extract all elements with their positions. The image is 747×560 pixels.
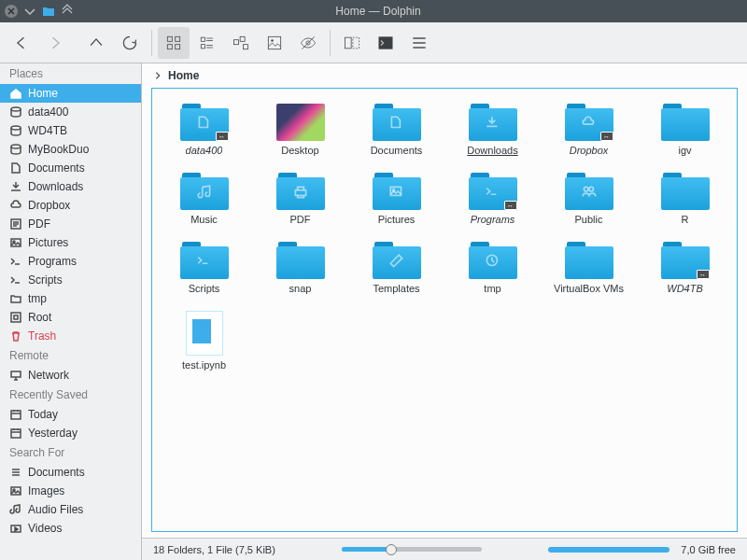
folder-icon [661,242,710,279]
svg-point-33 [589,187,594,191]
file-item[interactable]: igv [639,100,731,160]
file-label: Templates [373,283,419,294]
svg-rect-14 [353,37,359,49]
toolbar [0,22,747,63]
file-item[interactable]: WD4TB [639,238,731,298]
file-label: Music [190,214,218,225]
sidebar-heading: Recently Saved [0,385,141,405]
sidebar-item-label: WD4TB [28,124,67,137]
breadcrumb-current[interactable]: Home [168,69,199,82]
svg-rect-9 [244,44,248,49]
sidebar-item-dropbox[interactable]: Dropbox [0,196,141,215]
file-item[interactable]: VirtualBox VMs [543,238,635,298]
symlink-emblem-icon [504,201,517,210]
file-item[interactable]: Scripts [158,238,250,298]
ruler-icon [388,253,405,273]
folder-icon [276,242,325,279]
folder-icon [565,242,613,279]
folder-icon [469,173,517,210]
file-label: WD4TB [667,283,703,294]
disk-icon [9,124,22,137]
sidebar-item-tmp[interactable]: tmp [0,289,141,308]
sidebar-item-label: Network [28,369,69,382]
svg-point-17 [11,126,21,130]
file-item[interactable]: Programs [446,169,539,229]
file-label: PDF [290,214,311,225]
file-item[interactable]: data400 [158,100,250,160]
file-item[interactable]: Music [158,169,250,229]
cloud-icon [9,199,22,212]
refresh-button[interactable] [114,27,146,59]
minimize-window-icon[interactable] [22,4,37,19]
sidebar-item-mybookduo[interactable]: MyBookDuo [0,140,141,159]
file-item[interactable]: R [639,169,731,229]
breadcrumb[interactable]: Home [142,63,747,88]
list-icon [9,466,22,479]
window-title: Home — Dolphin [75,5,682,18]
file-item[interactable]: Desktop [254,100,346,160]
sidebar-item-documents[interactable]: Documents [0,463,141,482]
status-summary: 18 Folders, 1 File (7,5 KiB) [153,544,275,555]
file-item[interactable]: PDF [254,169,346,229]
sidebar-item-label: Root [28,311,51,324]
sidebar-item-label: Trash [28,329,56,343]
maximize-window-icon[interactable] [60,4,75,19]
svg-rect-10 [268,36,280,49]
file-item[interactable]: Dropbox [543,100,635,160]
sidebar-item-scripts[interactable]: Scripts [0,271,141,289]
svg-rect-5 [201,37,204,41]
split-view-button[interactable] [336,27,368,59]
file-item[interactable]: test.ipynb [158,307,250,374]
sidebar-item-trash[interactable]: Trash [0,327,141,345]
sidebar-item-today[interactable]: Today [0,405,141,424]
terminal-button[interactable] [370,27,402,59]
sidebar-item-programs[interactable]: Programs [0,252,141,271]
file-item[interactable]: Documents [350,100,443,160]
folder-icon [276,173,325,210]
sidebar-item-network[interactable]: Network [0,366,141,385]
file-item[interactable]: Public [543,169,635,229]
file-item[interactable]: Pictures [350,169,443,229]
file-item[interactable]: tmp [446,238,539,298]
compact-view-button[interactable] [191,27,223,59]
zoom-slider[interactable] [287,547,537,552]
folder-icon [373,242,421,279]
sidebar-item-label: Home [28,87,58,100]
sidebar-item-documents[interactable]: Documents [0,159,141,177]
clock-icon [485,253,501,273]
sidebar-item-downloads[interactable]: Downloads [0,177,141,196]
svg-point-11 [271,39,274,42]
sidebar-item-yesterday[interactable]: Yesterday [0,424,141,442]
file-item[interactable]: Downloads [446,100,539,160]
terminal-icon [196,253,213,273]
sidebar-item-label: Scripts [28,273,63,287]
sidebar-item-home[interactable]: Home [0,84,141,103]
symlink-emblem-icon [216,132,229,141]
folder-icon [9,292,22,305]
sidebar-item-videos[interactable]: Videos [0,519,141,538]
preview-button[interactable] [259,27,290,59]
up-button[interactable] [80,27,112,59]
icons-view-button[interactable] [158,27,190,59]
sidebar-item-pdf[interactable]: PDF [0,215,141,233]
hidden-files-button[interactable] [292,27,324,59]
details-view-button[interactable] [225,27,257,59]
folder-icon [180,242,229,279]
main-area: Home data400DesktopDocumentsDownloadsDro… [142,63,747,560]
statusbar: 18 Folders, 1 File (7,5 KiB) 7,0 GiB fre… [142,538,747,560]
sidebar-item-images[interactable]: Images [0,482,141,500]
sidebar-item-data400[interactable]: data400 [0,103,141,121]
file-item[interactable]: snap [254,238,346,298]
file-item[interactable]: Templates [350,238,443,298]
close-window-icon[interactable] [4,4,19,19]
sidebar-item-audio-files[interactable]: Audio Files [0,500,141,519]
menu-button[interactable] [403,27,435,59]
audio-icon [9,503,22,516]
back-button[interactable] [6,27,37,59]
file-view[interactable]: data400DesktopDocumentsDownloadsDropboxi… [151,88,738,532]
trash-icon [9,329,22,343]
sidebar-item-root[interactable]: Root [0,308,141,327]
sidebar-item-pictures[interactable]: Pictures [0,233,141,252]
sidebar-item-wd4tb[interactable]: WD4TB [0,121,141,140]
forward-button[interactable] [39,27,71,59]
